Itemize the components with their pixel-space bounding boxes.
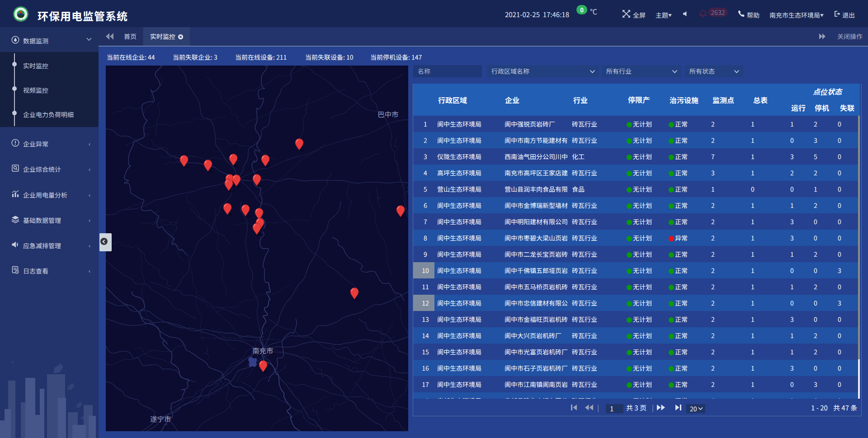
svg-text:巴中市: 巴中市 — [377, 109, 399, 119]
svg-text:遂宁市: 遂宁市 — [150, 414, 171, 424]
svg-text:南充市: 南充市 — [252, 345, 274, 355]
